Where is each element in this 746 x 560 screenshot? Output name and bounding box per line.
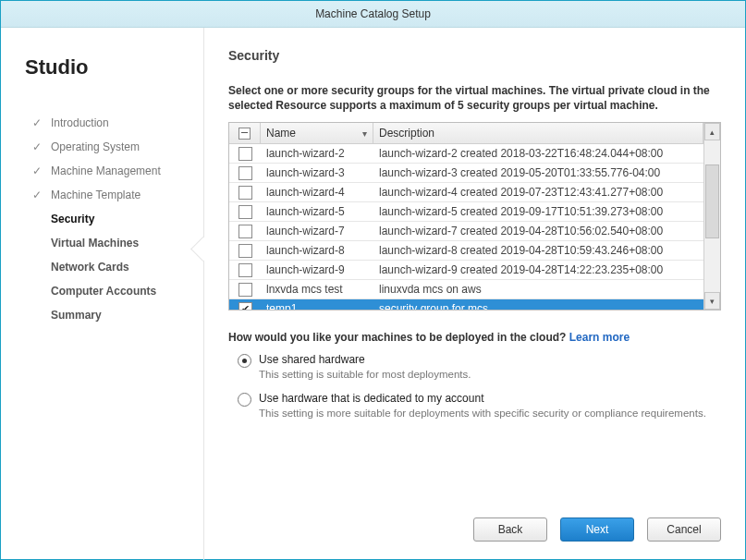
option-text: Use hardware that is dedicated to my acc… bbox=[259, 392, 721, 421]
deploy-option[interactable]: Use hardware that is dedicated to my acc… bbox=[228, 392, 721, 421]
row-name: lnxvda mcs test bbox=[261, 283, 373, 296]
wizard-step-network-cards[interactable]: ✓Network Cards bbox=[25, 255, 196, 279]
deploy-question: How would you like your machines to be d… bbox=[228, 331, 721, 344]
learn-more-link[interactable]: Learn more bbox=[569, 331, 630, 344]
row-checkbox[interactable] bbox=[238, 283, 252, 297]
scroll-up-icon[interactable]: ▴ bbox=[704, 123, 720, 140]
table-row[interactable]: launch-wizard-7launch-wizard-7 created 2… bbox=[229, 222, 703, 241]
sort-down-icon: ▾ bbox=[362, 128, 367, 139]
radio-button[interactable] bbox=[238, 354, 251, 368]
table-header: Name▾ Description bbox=[229, 123, 703, 144]
deploy-option[interactable]: Use shared hardwareThis setting is suita… bbox=[228, 353, 721, 383]
row-description: launch-wizard-5 created 2019-09-17T10:51… bbox=[373, 205, 703, 218]
row-name: launch-wizard-7 bbox=[261, 225, 373, 237]
row-description: launch-wizard-2 created 2018-03-22T16:48… bbox=[373, 147, 703, 160]
row-name: launch-wizard-8 bbox=[261, 244, 373, 257]
row-checkbox-cell bbox=[229, 302, 261, 310]
row-checkbox-cell bbox=[229, 205, 261, 219]
row-description: launch-wizard-3 created 2019-05-20T01:33… bbox=[373, 166, 703, 179]
row-name: launch-wizard-5 bbox=[261, 205, 373, 218]
row-description: launch-wizard-4 created 2019-07-23T12:43… bbox=[373, 186, 703, 199]
row-checkbox[interactable] bbox=[238, 263, 252, 277]
row-checkbox-cell bbox=[229, 244, 261, 258]
row-checkbox[interactable] bbox=[238, 166, 252, 180]
wizard-step-machine-management[interactable]: ✓Machine Management bbox=[25, 159, 196, 183]
radio-button[interactable] bbox=[238, 393, 251, 407]
step-label: Operating System bbox=[51, 140, 140, 153]
column-header-description[interactable]: Description bbox=[373, 123, 703, 143]
row-checkbox[interactable] bbox=[238, 244, 252, 258]
header-select-all[interactable] bbox=[229, 123, 261, 143]
wizard-step-machine-template[interactable]: ✓Machine Template bbox=[25, 183, 196, 207]
row-checkbox[interactable] bbox=[238, 302, 252, 310]
window-body: Studio ✓Introduction✓Operating System✓Ma… bbox=[1, 28, 745, 560]
step-label: Summary bbox=[51, 309, 102, 322]
row-checkbox[interactable] bbox=[238, 186, 252, 200]
table-row[interactable]: launch-wizard-2launch-wizard-2 created 2… bbox=[229, 144, 703, 164]
row-description: security group for mcs bbox=[373, 302, 703, 310]
column-header-name[interactable]: Name▾ bbox=[261, 123, 373, 143]
row-name: temp1 bbox=[261, 302, 373, 310]
row-name: launch-wizard-9 bbox=[261, 263, 373, 276]
wizard-step-computer-accounts[interactable]: ✓Computer Accounts bbox=[25, 279, 196, 303]
instruction-text: Select one or more security groups for t… bbox=[228, 83, 721, 113]
step-label: Introduction bbox=[51, 116, 109, 129]
row-checkbox-cell bbox=[229, 283, 261, 297]
deploy-options: Use shared hardwareThis setting is suita… bbox=[228, 353, 721, 420]
checkmark-icon: ✓ bbox=[31, 140, 43, 153]
checkmark-icon: ✓ bbox=[31, 116, 43, 129]
scroll-down-icon[interactable]: ▾ bbox=[704, 292, 720, 310]
row-checkbox-cell bbox=[229, 166, 261, 180]
wizard-step-operating-system[interactable]: ✓Operating System bbox=[25, 135, 196, 159]
table-row[interactable]: launch-wizard-3launch-wizard-3 created 2… bbox=[229, 164, 703, 183]
scroll-track[interactable] bbox=[704, 140, 720, 292]
back-button[interactable]: Back bbox=[473, 517, 547, 542]
step-label: Machine Template bbox=[51, 189, 141, 201]
row-checkbox-cell bbox=[229, 263, 261, 277]
table-scrollbar[interactable]: ▴ ▾ bbox=[703, 123, 720, 310]
checkmark-icon: ✓ bbox=[31, 189, 43, 201]
option-subtext: This setting is suitable for most deploy… bbox=[259, 368, 721, 383]
option-subtext: This setting is more suitable for deploy… bbox=[259, 407, 721, 421]
row-checkbox[interactable] bbox=[238, 205, 252, 219]
table-row[interactable]: launch-wizard-9launch-wizard-9 created 2… bbox=[229, 261, 703, 280]
scroll-thumb[interactable] bbox=[705, 164, 719, 238]
wizard-step-virtual-machines[interactable]: ✓Virtual Machines bbox=[25, 231, 196, 255]
wizard-sidebar: Studio ✓Introduction✓Operating System✓Ma… bbox=[1, 28, 204, 560]
table-rows: launch-wizard-2launch-wizard-2 created 2… bbox=[229, 144, 703, 310]
row-checkbox-cell bbox=[229, 225, 261, 238]
wizard-step-security[interactable]: ✓Security bbox=[25, 207, 196, 231]
wizard-step-introduction[interactable]: ✓Introduction bbox=[25, 111, 196, 135]
table-row[interactable]: lnxvda mcs testlinuxvda mcs on aws bbox=[229, 280, 703, 299]
next-button[interactable]: Next bbox=[560, 517, 634, 542]
row-checkbox[interactable] bbox=[238, 147, 252, 161]
column-header-description-label: Description bbox=[379, 127, 434, 140]
table-row[interactable]: temp1security group for mcs bbox=[229, 299, 703, 310]
brand-label: Studio bbox=[25, 55, 196, 79]
security-groups-table: Name▾ Description launch-wizard-2launch-… bbox=[228, 122, 721, 310]
minus-icon bbox=[238, 128, 251, 140]
row-description: launch-wizard-9 created 2019-04-28T14:22… bbox=[373, 263, 703, 276]
section-heading: Security bbox=[228, 48, 721, 63]
row-name: launch-wizard-3 bbox=[261, 166, 373, 179]
wizard-step-summary[interactable]: ✓Summary bbox=[25, 303, 196, 327]
checkmark-icon: ✓ bbox=[31, 164, 43, 177]
table-row[interactable]: launch-wizard-4launch-wizard-4 created 2… bbox=[229, 183, 703, 202]
wizard-window: Machine Catalog Setup Studio ✓Introducti… bbox=[0, 0, 746, 560]
option-label: Use shared hardware bbox=[259, 353, 721, 366]
row-description: launch-wizard-8 created 2019-04-28T10:59… bbox=[373, 244, 703, 257]
step-label: Network Cards bbox=[51, 261, 129, 274]
option-text: Use shared hardwareThis setting is suita… bbox=[259, 353, 721, 383]
wizard-footer: Back Next Cancel bbox=[473, 517, 721, 542]
cancel-button[interactable]: Cancel bbox=[647, 517, 721, 542]
step-label: Virtual Machines bbox=[51, 237, 139, 250]
table-row[interactable]: launch-wizard-8launch-wizard-8 created 2… bbox=[229, 241, 703, 261]
table-area: Name▾ Description launch-wizard-2launch-… bbox=[229, 123, 703, 310]
row-name: launch-wizard-4 bbox=[261, 186, 373, 199]
row-description: launch-wizard-7 created 2019-04-28T10:56… bbox=[373, 225, 703, 237]
row-checkbox[interactable] bbox=[238, 225, 252, 238]
option-label: Use hardware that is dedicated to my acc… bbox=[259, 392, 721, 405]
column-header-name-label: Name bbox=[266, 127, 296, 140]
main-panel: Security Select one or more security gro… bbox=[204, 28, 745, 560]
table-row[interactable]: launch-wizard-5launch-wizard-5 created 2… bbox=[229, 202, 703, 222]
